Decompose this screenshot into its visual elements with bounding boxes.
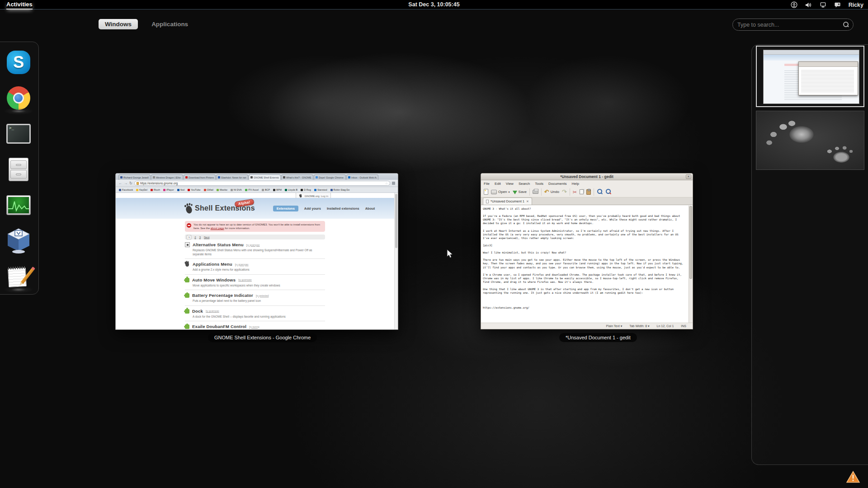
nav-installed-extensions[interactable]: Installed extensions xyxy=(327,206,359,211)
find-button[interactable] xyxy=(597,189,603,195)
dock-item-gedit[interactable] xyxy=(5,263,32,290)
display-network-icon[interactable] xyxy=(820,2,826,8)
bookmark-item[interactable]: NI DVA xyxy=(231,188,242,191)
browser-tab[interactable]: What's this? - GNOME Sh xyxy=(281,174,313,180)
bookmark-item[interactable]: Facebook xyxy=(119,188,133,191)
copy-button[interactable] xyxy=(580,189,584,194)
wrench-menu-icon[interactable] xyxy=(392,182,395,185)
warning-tray-icon[interactable] xyxy=(846,471,860,485)
about-page-link[interactable]: about page xyxy=(211,227,224,230)
user-menu[interactable]: Ricky xyxy=(849,2,863,8)
author-link[interactable]: by petexted xyxy=(256,294,269,297)
tab-windows[interactable]: Windows xyxy=(99,19,138,29)
browser-tab-active[interactable]: GNOME Shell Extensions xyxy=(249,174,281,180)
undo-button[interactable]: ↶Undo xyxy=(544,190,559,194)
dock-item-terminal[interactable]: >_ xyxy=(5,121,32,147)
author-link[interactable]: by gcampax xyxy=(235,263,249,266)
bookmark-item[interactable]: D Reg xyxy=(301,188,311,191)
bookmark-item[interactable]: Stansted xyxy=(314,188,327,191)
redo-button[interactable]: ↷ xyxy=(562,190,567,194)
login-link[interactable]: Log in xyxy=(321,195,328,197)
cut-button[interactable]: ✂ xyxy=(573,190,577,194)
bookmark-item[interactable]: GMail xyxy=(204,188,213,191)
extension-item: Exaile DoubanFM Control by sunng Exaile … xyxy=(185,321,325,329)
window-preview-gedit[interactable]: *Unsaved Document 1 - gedit ✕ File Edit … xyxy=(481,173,693,329)
menu-help[interactable]: Help xyxy=(571,182,579,186)
browser-tab[interactable]: Richard George Jewell Ha xyxy=(118,174,151,180)
bookmark-item[interactable]: ITV Accel xyxy=(245,188,259,191)
nav-extensions[interactable]: Extensions xyxy=(273,206,298,211)
browser-tab[interactable]: Download from Pinterest xyxy=(184,174,216,180)
volume-icon[interactable] xyxy=(805,2,812,8)
bookmark-item[interactable]: iPlayer xyxy=(163,188,174,191)
extension-link[interactable]: Battery Percentage Indicator xyxy=(192,293,253,298)
bookmark-item[interactable]: YouTube xyxy=(188,188,201,191)
reload-icon[interactable]: ↻ xyxy=(129,182,132,185)
extension-link[interactable]: Auto Move Windows xyxy=(192,277,236,282)
tab-applications[interactable]: Applications xyxy=(145,19,194,29)
language-selector[interactable]: Plain Text ▾ xyxy=(606,324,622,328)
bookmark-star-icon[interactable]: ☆ xyxy=(385,182,388,185)
dock-item-virtualbox[interactable] xyxy=(5,228,32,254)
window-preview-chrome[interactable]: Richard George Jewell Ha Westres Dragon … xyxy=(115,173,398,330)
menu-search[interactable]: Search xyxy=(519,182,530,186)
extension-link[interactable]: Exaile DoubanFM Control xyxy=(192,324,246,329)
browser-tab[interactable]: Slashdot: News for nerds xyxy=(216,174,248,180)
document-tab[interactable]: *Unsaved Document 1 ✕ xyxy=(483,197,532,205)
page-1[interactable]: 1 xyxy=(187,235,191,239)
open-button[interactable]: Open▾ xyxy=(491,190,510,194)
extension-link[interactable]: Applications Menu xyxy=(193,262,232,267)
author-link[interactable]: by sunng xyxy=(249,325,259,328)
bookmark-item[interactable]: Robin Stag Do xyxy=(330,188,350,191)
bookmark-item[interactable]: KayDel xyxy=(136,188,147,191)
back-icon[interactable]: ← xyxy=(118,182,122,185)
browser-tab[interactable]: Inbox - Outlook Web Acc xyxy=(346,174,378,180)
dock-item-skype[interactable]: S xyxy=(5,49,32,75)
menu-tools[interactable]: Tools xyxy=(535,182,543,186)
clock[interactable]: Sat Dec 3, 10:05:45 xyxy=(0,1,868,8)
accessibility-icon[interactable] xyxy=(791,1,797,8)
page-2[interactable]: 2 xyxy=(194,236,196,239)
chat-status-icon[interactable] xyxy=(834,2,841,8)
paste-button[interactable] xyxy=(586,189,591,195)
extension-link[interactable]: Dock xyxy=(192,309,203,314)
menu-view[interactable]: View xyxy=(506,182,514,186)
scrollbar[interactable] xyxy=(394,193,398,329)
dock-item-system-monitor[interactable] xyxy=(5,192,32,218)
bookmark-item[interactable]: Ricoh xyxy=(151,188,160,191)
author-link[interactable]: by gcampax xyxy=(206,310,219,312)
menu-file[interactable]: File xyxy=(484,182,490,186)
page-3[interactable]: 3 xyxy=(199,236,201,239)
close-icon[interactable]: ✕ xyxy=(686,174,691,179)
dock-item-chrome[interactable] xyxy=(5,85,32,111)
text-editor-area[interactable]: GNOME 3 - What's it all about? If you're… xyxy=(481,206,689,323)
extension-link[interactable]: Alternative Status Menu xyxy=(193,242,244,247)
dock-item-files[interactable] xyxy=(5,156,32,183)
menu-documents[interactable]: Documents xyxy=(548,182,566,186)
workspace-thumbnail-2[interactable] xyxy=(756,111,864,170)
bookmark-item[interactable]: 4od xyxy=(177,188,184,191)
new-document-button[interactable] xyxy=(484,189,488,195)
save-button[interactable]: Save xyxy=(513,190,527,194)
author-link[interactable]: by gcampax xyxy=(238,278,252,281)
browser-tab[interactable]: Dops! Google Chrome ex xyxy=(314,174,346,180)
print-button[interactable] xyxy=(533,190,538,194)
forward-icon[interactable]: → xyxy=(124,182,127,185)
scrollbar[interactable] xyxy=(689,206,693,323)
replace-button[interactable] xyxy=(605,189,611,195)
nav-about[interactable]: About xyxy=(365,206,375,211)
browser-tab[interactable]: Westres Dragon | Elite Ha xyxy=(151,174,183,180)
bookmark-item[interactable]: BPM xyxy=(273,188,282,191)
nav-add-yours[interactable]: Add yours xyxy=(304,206,321,211)
workspace-thumbnail-1[interactable] xyxy=(756,46,864,107)
close-tab-icon[interactable]: ✕ xyxy=(526,200,529,203)
page-next[interactable]: Next xyxy=(204,236,209,239)
author-link[interactable]: by gcampax xyxy=(246,244,260,246)
address-bar[interactable]: https://extensions.gnome.org ☆ xyxy=(134,181,390,186)
tab-width-selector[interactable]: Tab Width: 8 ▾ xyxy=(629,324,649,328)
bookmark-item[interactable]: BCP xyxy=(262,188,270,191)
search-input[interactable]: Type to search... xyxy=(732,19,854,31)
menu-edit[interactable]: Edit xyxy=(495,182,501,186)
bookmark-item[interactable]: Meebo xyxy=(217,188,227,191)
bookmark-item[interactable]: Lloyds B xyxy=(285,188,297,191)
